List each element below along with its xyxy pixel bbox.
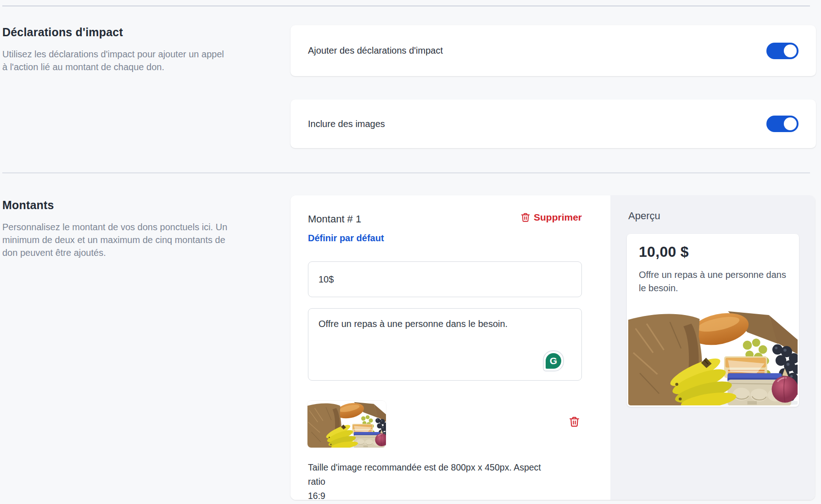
- amounts-description-line1: Personnalisez le montant de vos dons pon…: [2, 221, 227, 233]
- image-size-hint-line2: 16:9: [308, 489, 551, 500]
- toggle-knob: [784, 117, 797, 130]
- section-divider-amounts: [2, 172, 810, 173]
- grammarly-icon[interactable]: G: [543, 350, 564, 371]
- trash-icon: [569, 416, 580, 427]
- impact-section-description: Utilisez les déclarations d'impact pour …: [2, 48, 224, 73]
- impact-description-line1: Utilisez les déclarations d'impact pour …: [2, 48, 224, 61]
- amounts-description-line3: don peuvent être ajoutés.: [2, 246, 227, 259]
- impact-description-line2: à l'action lié au montant de chaque don.: [2, 61, 224, 73]
- include-images-toggle-card: Inclure des images: [290, 100, 816, 148]
- include-images-toggle-label: Inclure des images: [308, 119, 385, 129]
- section-divider-top: [2, 6, 810, 6]
- preview-title: Aperçu: [628, 210, 660, 222]
- trash-icon: [520, 212, 531, 222]
- impact-section-title: Déclarations d'impact: [2, 26, 123, 39]
- impact-statement-textarea[interactable]: Offre un repas à une personne dans le be…: [308, 308, 582, 381]
- amount-card-title: Montant # 1: [308, 213, 361, 225]
- preview-panel: Aperçu 10,00 $ Offre un repas à une pers…: [610, 195, 815, 500]
- delete-amount-label: Supprimer: [534, 212, 582, 223]
- grammarly-g-glyph: G: [546, 353, 561, 369]
- amount-card-1: Montant # 1 Supprimer Définir par défaut…: [290, 195, 610, 500]
- amounts-section-title: Montants: [2, 199, 54, 212]
- set-default-link[interactable]: Définir par défaut: [308, 233, 384, 244]
- preview-amount: 10,00 $: [639, 244, 689, 260]
- amounts-description-line2: minimum de deux et un maximum de cinq mo…: [2, 233, 227, 246]
- delete-amount-button[interactable]: Supprimer: [520, 212, 582, 223]
- toggle-knob: [784, 44, 797, 57]
- delete-image-button[interactable]: [569, 416, 580, 429]
- preview-image: [628, 309, 798, 405]
- donation-settings-page: Déclarations d'impact Utilisez les décla…: [0, 0, 821, 504]
- amount-image-thumbnail[interactable]: [307, 401, 386, 448]
- preview-description-line2: le besoin.: [639, 282, 790, 295]
- include-images-toggle[interactable]: [766, 116, 799, 132]
- preview-description: Offre un repas à une personne dans le be…: [639, 268, 790, 295]
- image-size-hint: Taille d'image recommandée est de 800px …: [308, 460, 551, 500]
- amount-editor-block: Montant # 1 Supprimer Définir par défaut…: [290, 195, 815, 500]
- impact-statements-toggle-card: Ajouter des déclarations d'impact: [290, 25, 816, 76]
- preview-description-line1: Offre un repas à une personne dans: [639, 268, 790, 282]
- grocery-bag-image: [307, 401, 386, 448]
- amounts-section-description: Personnalisez le montant de vos dons pon…: [2, 221, 227, 259]
- image-size-hint-line1: Taille d'image recommandée est de 800px …: [308, 460, 551, 489]
- preview-card: 10,00 $ Offre un repas à une personne da…: [627, 234, 799, 407]
- impact-toggle-label: Ajouter des déclarations d'impact: [308, 45, 443, 56]
- grocery-bag-image: [628, 309, 798, 405]
- impact-statements-toggle[interactable]: [766, 43, 799, 59]
- amount-value-input[interactable]: [308, 261, 582, 297]
